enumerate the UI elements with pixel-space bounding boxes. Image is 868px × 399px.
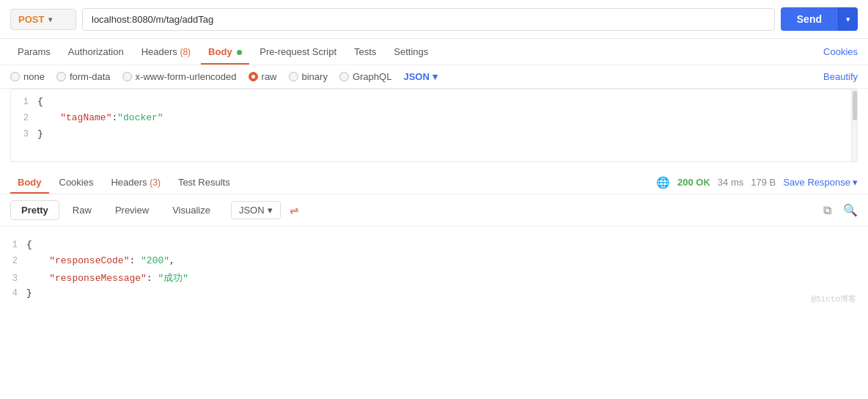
wrap-icon[interactable]: ⇌ bbox=[290, 204, 299, 217]
save-response-button[interactable]: Save Response ▾ bbox=[783, 177, 858, 188]
send-dropdown-button[interactable]: ▾ bbox=[838, 7, 858, 31]
request-scrollbar-thumb bbox=[853, 91, 857, 120]
request-editor-scrollbar[interactable] bbox=[851, 89, 857, 161]
send-button[interactable]: Send bbox=[781, 7, 838, 31]
save-response-chevron-icon: ▾ bbox=[853, 177, 858, 188]
globe-icon: 🌐 bbox=[656, 176, 670, 189]
tab-body[interactable]: Body bbox=[201, 39, 249, 65]
request-tabs-row: Params Authorization Headers (8) Body Pr… bbox=[0, 39, 868, 65]
send-button-wrap: Send ▾ bbox=[781, 7, 858, 31]
cookies-link[interactable]: Cookies bbox=[823, 46, 858, 57]
resp-tab-test-results[interactable]: Test Results bbox=[171, 171, 238, 194]
response-size: 179 B bbox=[751, 177, 776, 188]
url-input[interactable]: localhost:8080/m/tag/addTag bbox=[82, 8, 775, 31]
radio-raw[interactable]: raw bbox=[249, 71, 277, 82]
resp-tab-body[interactable]: Body bbox=[10, 171, 49, 194]
radio-none[interactable]: none bbox=[10, 71, 45, 82]
radio-raw-circle bbox=[249, 72, 258, 81]
resp-line-3: 3 "responseMessage": "成功" bbox=[0, 271, 868, 287]
method-chevron-icon: ▾ bbox=[48, 15, 52, 23]
req-line-2: 2 "tagName":"docker" bbox=[11, 111, 857, 128]
response-tabs-row: Body Cookies Headers (3) Test Results 🌐 … bbox=[0, 171, 868, 194]
radio-binary[interactable]: binary bbox=[289, 71, 328, 82]
tab-headers[interactable]: Headers (8) bbox=[134, 39, 198, 65]
radio-urlencoded[interactable]: x-www-form-urlencoded bbox=[122, 71, 237, 82]
radio-binary-circle bbox=[289, 72, 298, 81]
radio-form-data-circle bbox=[56, 72, 66, 81]
radio-none-circle bbox=[10, 72, 20, 81]
body-type-row: none form-data x-www-form-urlencoded raw… bbox=[0, 65, 868, 89]
response-code-lines: 1 { 2 "responseCode": "200", 3 "response… bbox=[0, 233, 868, 309]
response-code-area: 1 { 2 "responseCode": "200", 3 "response… bbox=[0, 227, 868, 309]
method-label: POST bbox=[18, 14, 44, 25]
watermark: @51cto博客 bbox=[811, 293, 856, 304]
response-status: 200 OK bbox=[677, 177, 710, 188]
tab-settings[interactable]: Settings bbox=[386, 39, 435, 65]
resp-line-2: 2 "responseCode": "200", bbox=[0, 255, 868, 271]
response-format-chevron-icon: ▾ bbox=[268, 205, 273, 216]
resp-line-1: 1 { bbox=[0, 238, 868, 255]
tab-pre-request[interactable]: Pre-request Script bbox=[252, 39, 344, 65]
format-visualize-button[interactable]: Visualize bbox=[162, 201, 221, 219]
response-section: Body Cookies Headers (3) Test Results 🌐 … bbox=[0, 171, 868, 309]
url-bar: POST ▾ localhost:8080/m/tag/addTag Send … bbox=[0, 0, 868, 39]
format-raw-button[interactable]: Raw bbox=[62, 201, 102, 219]
beautify-button[interactable]: Beautify bbox=[823, 71, 858, 82]
search-icon[interactable]: 🔍 bbox=[843, 203, 858, 217]
req-line-3: 3 } bbox=[11, 128, 857, 144]
tab-params[interactable]: Params bbox=[10, 39, 58, 65]
radio-urlencoded-circle bbox=[122, 72, 132, 81]
radio-graphql-circle bbox=[339, 72, 349, 81]
format-pretty-button[interactable]: Pretty bbox=[10, 200, 59, 220]
format-preview-button[interactable]: Preview bbox=[105, 201, 159, 219]
tab-tests[interactable]: Tests bbox=[347, 39, 383, 65]
tab-authorization[interactable]: Authorization bbox=[61, 39, 131, 65]
copy-icon[interactable]: ⧉ bbox=[823, 204, 831, 217]
json-format-dropdown[interactable]: JSON ▾ bbox=[403, 71, 437, 82]
response-time: 34 ms bbox=[718, 177, 743, 188]
radio-form-data[interactable]: form-data bbox=[56, 71, 111, 82]
request-code-editor[interactable]: 1 { 2 "tagName":"docker" 3 } bbox=[10, 89, 858, 162]
resp-tab-cookies[interactable]: Cookies bbox=[52, 171, 101, 194]
resp-tab-headers[interactable]: Headers (3) bbox=[103, 171, 167, 194]
radio-graphql[interactable]: GraphQL bbox=[339, 71, 391, 82]
response-format-row: Pretty Raw Preview Visualize JSON ▾ ⇌ ⧉ … bbox=[0, 194, 868, 227]
req-line-1: 1 { bbox=[11, 95, 857, 111]
request-code-lines: 1 { 2 "tagName":"docker" 3 } bbox=[11, 89, 857, 150]
resp-line-4: 4 } bbox=[0, 287, 868, 303]
body-active-dot bbox=[237, 50, 242, 55]
response-meta: 🌐 200 OK 34 ms 179 B Save Response ▾ bbox=[656, 176, 858, 189]
method-selector[interactable]: POST ▾ bbox=[10, 9, 76, 30]
json-dropdown-chevron-icon: ▾ bbox=[433, 71, 438, 82]
response-format-selector[interactable]: JSON ▾ bbox=[231, 201, 281, 219]
